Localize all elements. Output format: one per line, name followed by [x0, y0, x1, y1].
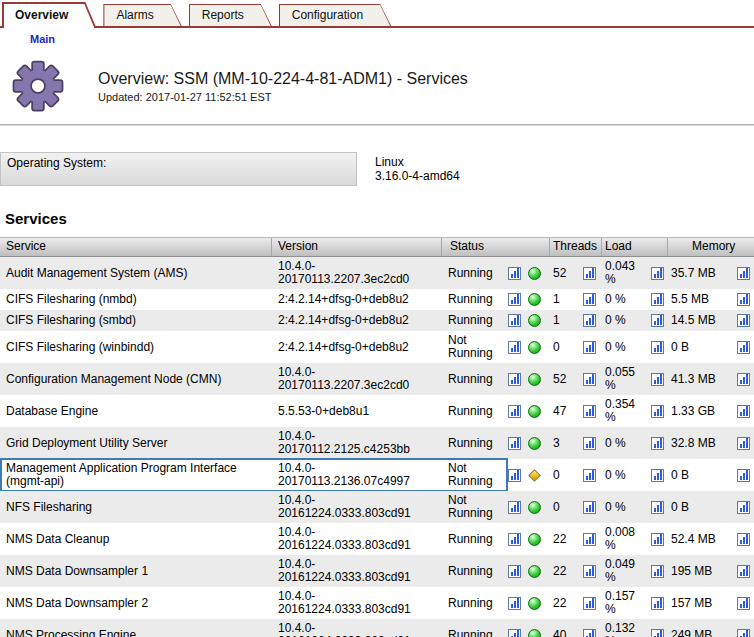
chart-report-icon[interactable]: [737, 341, 750, 354]
chart-report-icon[interactable]: [737, 437, 750, 450]
chart-bar: [660, 374, 662, 384]
chart-bar: [586, 540, 588, 544]
threads-value: 40: [550, 626, 580, 637]
chart-bar: [517, 438, 519, 448]
chart-report-icon[interactable]: [651, 314, 664, 327]
chart-bar: [514, 473, 516, 480]
chart-bar: [743, 377, 745, 384]
status-icons: [502, 311, 550, 330]
chart-report-icon[interactable]: [583, 267, 596, 280]
chart-bar: [660, 268, 662, 278]
chart-report-icon[interactable]: [583, 293, 596, 306]
tab-overview[interactable]: Overview: [2, 2, 96, 28]
services-heading: Services: [5, 210, 754, 227]
chart-report-icon[interactable]: [651, 373, 664, 386]
chart-bar: [746, 630, 748, 637]
chart-report-icon[interactable]: [583, 314, 596, 327]
chart-report-icon[interactable]: [508, 314, 521, 327]
chart-report-icon[interactable]: [737, 533, 750, 546]
chart-report-icon[interactable]: [508, 267, 521, 280]
chart-report-icon[interactable]: [651, 469, 664, 482]
chart-bar: [589, 601, 591, 608]
threads-chart-cell: [580, 338, 602, 357]
service-name: Grid Deployment Utility Server: [0, 434, 272, 453]
chart-report-icon[interactable]: [737, 501, 750, 514]
chart-bar: [592, 470, 594, 480]
chart-report-icon[interactable]: [737, 293, 750, 306]
tab-alarms[interactable]: Alarms: [103, 4, 181, 26]
chart-report-icon[interactable]: [651, 293, 664, 306]
chart-bar: [589, 297, 591, 304]
chart-bar: [657, 345, 659, 352]
chart-bar: [592, 406, 594, 416]
service-version: 10.4.0- 20161224.0333.803cd91: [272, 523, 442, 555]
load-chart-cell: [648, 402, 668, 421]
chart-bar: [514, 633, 516, 637]
chart-bar: [517, 534, 519, 544]
chart-report-icon[interactable]: [737, 629, 750, 637]
chart-report-icon[interactable]: [651, 405, 664, 418]
chart-report-icon[interactable]: [651, 267, 664, 280]
chart-bar: [657, 441, 659, 448]
chart-bar: [746, 342, 748, 352]
chart-report-icon[interactable]: [583, 533, 596, 546]
status-icons: [502, 466, 550, 485]
chart-report-icon[interactable]: [737, 314, 750, 327]
threads-value: 52: [550, 370, 580, 389]
chart-bar: [586, 412, 588, 416]
chart-report-icon[interactable]: [583, 469, 596, 482]
load-value: 0.008 %: [602, 523, 648, 555]
chart-bar: [654, 604, 656, 608]
chart-bar: [517, 598, 519, 608]
chart-report-icon[interactable]: [583, 373, 596, 386]
table-row: CIFS Filesharing (winbindd)2:4.2.14+dfsg…: [0, 331, 754, 363]
chart-report-icon[interactable]: [583, 629, 596, 637]
chart-bar: [514, 569, 516, 576]
chart-report-icon[interactable]: [651, 629, 664, 637]
memory-chart-cell: [724, 498, 754, 517]
chart-report-icon[interactable]: [508, 405, 521, 418]
chart-report-icon[interactable]: [508, 629, 521, 637]
tab-configuration[interactable]: Configuration: [279, 4, 391, 26]
chart-report-icon[interactable]: [583, 597, 596, 610]
threads-value: 47: [550, 402, 580, 421]
chart-bar: [660, 470, 662, 480]
load-value: 0.157 %: [602, 587, 648, 619]
chart-report-icon[interactable]: [583, 501, 596, 514]
chart-report-icon[interactable]: [583, 565, 596, 578]
chart-report-icon[interactable]: [737, 597, 750, 610]
chart-report-icon[interactable]: [651, 341, 664, 354]
chart-report-icon[interactable]: [737, 373, 750, 386]
chart-report-icon[interactable]: [583, 437, 596, 450]
load-chart-cell: [648, 290, 668, 309]
chart-report-icon[interactable]: [737, 267, 750, 280]
chart-report-icon[interactable]: [508, 373, 521, 386]
table-row: CIFS Filesharing (nmbd)2:4.2.14+dfsg-0+d…: [0, 289, 754, 310]
chart-report-icon[interactable]: [508, 293, 521, 306]
chart-report-icon[interactable]: [651, 597, 664, 610]
chart-report-icon[interactable]: [508, 437, 521, 450]
tab-label: Overview: [2, 2, 96, 28]
chart-report-icon[interactable]: [508, 565, 521, 578]
chart-report-icon[interactable]: [508, 597, 521, 610]
column-header-service: Service: [0, 238, 272, 256]
service-name: Audit Management System (AMS): [0, 264, 272, 283]
chart-report-icon[interactable]: [651, 565, 664, 578]
status-ok-icon: [528, 405, 541, 418]
main-link[interactable]: Main: [30, 33, 55, 45]
chart-report-icon[interactable]: [651, 437, 664, 450]
threads-chart-cell: [580, 402, 602, 421]
chart-report-icon[interactable]: [583, 341, 596, 354]
service-version: 2:4.2.14+dfsg-0+deb8u2: [272, 290, 442, 309]
chart-report-icon[interactable]: [737, 469, 750, 482]
chart-report-icon[interactable]: [651, 533, 664, 546]
chart-report-icon[interactable]: [508, 341, 521, 354]
chart-report-icon[interactable]: [508, 533, 521, 546]
chart-report-icon[interactable]: [583, 405, 596, 418]
chart-report-icon[interactable]: [508, 501, 521, 514]
chart-report-icon[interactable]: [737, 405, 750, 418]
chart-report-icon[interactable]: [508, 469, 521, 482]
chart-report-icon[interactable]: [737, 565, 750, 578]
chart-report-icon[interactable]: [651, 501, 664, 514]
tab-reports[interactable]: Reports: [189, 4, 272, 26]
